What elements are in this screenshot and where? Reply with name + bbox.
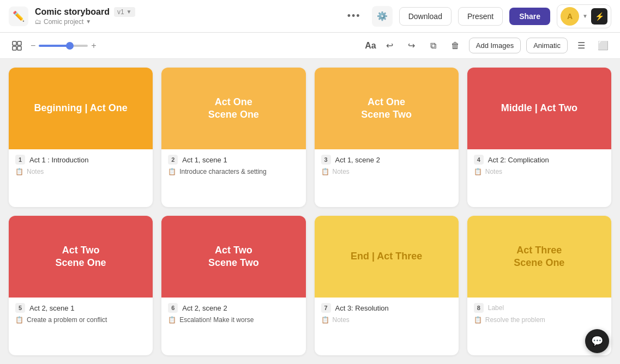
card-1[interactable]: Beginning | Act One 1 Act 1 : Introducti… xyxy=(9,68,153,207)
card-image-5: Act TwoScene One xyxy=(9,216,153,298)
card-5[interactable]: Act TwoScene One 5 Act 2, scene 1 📋 Crea… xyxy=(9,216,153,355)
chevron-down-icon: ▼ xyxy=(86,19,91,25)
card-body-5: 5 Act 2, scene 1 📋 Create a problem or c… xyxy=(9,298,153,329)
notes-icon-2: 📋 xyxy=(168,168,176,175)
card-body-4: 4 Act 2: Complication 📋 Notes xyxy=(467,149,611,181)
card-image-4: Middle | Act Two xyxy=(467,68,611,149)
card-body-2: 2 Act 1, scene 1 📋 Introduce characters … xyxy=(161,149,305,181)
card-notes-text-6: Escalation! Make it worse xyxy=(179,316,254,324)
svg-rect-2 xyxy=(13,46,16,50)
animatic-button[interactable]: Animatic xyxy=(526,38,568,53)
grid-view-button[interactable] xyxy=(9,38,25,54)
zoom-plus-button[interactable]: + xyxy=(91,41,96,51)
chat-icon: 💬 xyxy=(591,335,603,347)
card-title-2: Act 1, scene 1 xyxy=(182,156,227,164)
card-notes-text-7: Notes xyxy=(333,316,350,324)
card-number-row-1: 1 Act 1 : Introduction xyxy=(15,155,146,165)
notes-icon-1: 📋 xyxy=(15,168,23,175)
more-options-button[interactable]: ••• xyxy=(343,10,365,22)
card-title-8: Label xyxy=(488,304,504,312)
list-icon: ☰ xyxy=(577,40,585,51)
card-notes-2: 📋 Introduce characters & setting xyxy=(168,168,299,175)
card-image-6: Act TwoScene Two xyxy=(161,216,305,298)
card-image-8: Act ThreeScene One xyxy=(467,216,611,298)
card-image-2: Act OneScene One xyxy=(161,68,305,149)
card-title-1: Act 1 : Introduction xyxy=(29,156,88,164)
version-badge[interactable]: v1 ▼ xyxy=(114,7,135,17)
card-body-8: 8 Label 📋 Resolve the problem xyxy=(467,298,611,329)
export-icon: ⬜ xyxy=(598,40,609,51)
avatar[interactable]: A xyxy=(561,7,579,26)
card-image-7: End | Act Three xyxy=(315,216,459,298)
card-body-6: 6 Act 2, scene 2 📋 Escalation! Make it w… xyxy=(161,298,305,329)
card-7[interactable]: End | Act Three 7 Act 3: Resolution 📋 No… xyxy=(315,216,459,355)
delete-button[interactable]: 🗑 xyxy=(447,38,464,54)
card-notes-text-8: Resolve the problem xyxy=(485,316,545,324)
card-notes-3: 📋 Notes xyxy=(321,168,452,175)
copy-button[interactable]: ⧉ xyxy=(425,38,442,54)
card-notes-4: 📋 Notes xyxy=(474,168,605,175)
pencil-icon: ✏️ xyxy=(13,10,25,22)
add-images-button[interactable]: Add Images xyxy=(469,38,521,53)
card-title-3: Act 1, scene 2 xyxy=(335,156,380,164)
share-button[interactable]: Share xyxy=(509,8,550,25)
card-image-1: Beginning | Act One xyxy=(9,68,153,149)
export-button[interactable]: ⬜ xyxy=(595,38,611,54)
font-size-button[interactable]: Aa xyxy=(365,41,376,51)
zoom-slider[interactable] xyxy=(39,45,88,47)
lightning-icon: ⚡ xyxy=(595,12,604,21)
card-notes-text-3: Notes xyxy=(333,168,350,175)
logo: ✏️ xyxy=(9,7,28,26)
notes-icon-7: 📋 xyxy=(321,316,329,324)
notes-icon-5: 📋 xyxy=(15,316,23,324)
redo-button[interactable]: ↪ xyxy=(404,38,420,54)
breadcrumb[interactable]: 🗂 Comic project ▼ xyxy=(35,18,135,26)
list-view-button[interactable]: ☰ xyxy=(573,38,589,54)
settings-button[interactable]: ⚙️ xyxy=(372,6,393,27)
card-2[interactable]: Act OneScene One 2 Act 1, scene 1 📋 Intr… xyxy=(161,68,305,207)
chevron-icon: ▼ xyxy=(127,9,132,15)
card-number-row-4: 4 Act 2: Complication xyxy=(474,155,605,165)
card-title-7: Act 3: Resolution xyxy=(335,304,389,312)
card-number-8: 8 xyxy=(474,303,484,313)
card-body-3: 3 Act 1, scene 2 📋 Notes xyxy=(315,149,459,181)
notes-icon-3: 📋 xyxy=(321,168,329,175)
card-number-4: 4 xyxy=(474,155,484,165)
card-3[interactable]: Act OneScene Two 3 Act 1, scene 2 📋 Note… xyxy=(315,68,459,207)
card-number-2: 2 xyxy=(168,155,178,165)
present-button[interactable]: Present xyxy=(458,7,503,26)
card-number-row-3: 3 Act 1, scene 2 xyxy=(321,155,452,165)
card-notes-text-4: Notes xyxy=(485,168,502,175)
card-notes-7: 📋 Notes xyxy=(321,316,452,324)
app-title: Comic storyboard xyxy=(35,7,110,17)
card-notes-8: 📋 Resolve the problem xyxy=(474,316,605,324)
card-notes-5: 📋 Create a problem or conflict xyxy=(15,316,146,324)
trash-icon: 🗑 xyxy=(451,41,460,51)
folder-icon: 🗂 xyxy=(35,18,41,26)
card-title-4: Act 2: Complication xyxy=(488,156,549,164)
card-title-6: Act 2, scene 2 xyxy=(182,304,227,312)
card-notes-6: 📋 Escalation! Make it worse xyxy=(168,316,299,324)
lightning-button[interactable]: ⚡ xyxy=(591,8,607,25)
card-number-1: 1 xyxy=(15,155,25,165)
svg-rect-1 xyxy=(17,41,21,45)
avatar-chevron-icon: ▼ xyxy=(582,13,588,19)
undo-button[interactable]: ↩ xyxy=(382,38,398,54)
zoom-slider-container: − + xyxy=(31,41,97,51)
notes-icon-4: 📋 xyxy=(474,168,482,175)
card-6[interactable]: Act TwoScene Two 6 Act 2, scene 2 📋 Esca… xyxy=(161,216,305,355)
card-number-row-6: 6 Act 2, scene 2 xyxy=(168,303,299,313)
header: ✏️ Comic storyboard v1 ▼ 🗂 Comic project… xyxy=(0,0,620,33)
zoom-minus-button[interactable]: − xyxy=(31,41,35,51)
card-body-1: 1 Act 1 : Introduction 📋 Notes xyxy=(9,149,153,181)
gear-icon: ⚙️ xyxy=(377,11,388,21)
card-4[interactable]: Middle | Act Two 4 Act 2: Complication 📋… xyxy=(467,68,611,207)
download-button[interactable]: Download xyxy=(399,7,452,26)
notes-icon-8: 📋 xyxy=(474,316,482,324)
card-notes-text-1: Notes xyxy=(27,168,44,175)
card-notes-1: 📋 Notes xyxy=(15,168,146,175)
card-number-7: 7 xyxy=(321,303,331,313)
card-title-5: Act 2, scene 1 xyxy=(29,304,74,312)
svg-rect-0 xyxy=(13,41,16,45)
chat-button[interactable]: 💬 xyxy=(585,329,609,353)
